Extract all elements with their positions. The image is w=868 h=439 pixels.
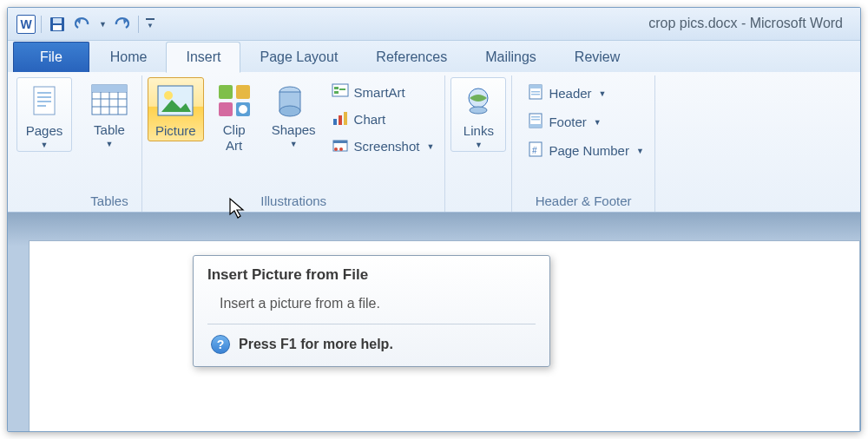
svg-rect-45 xyxy=(531,119,540,121)
svg-rect-1 xyxy=(53,18,62,23)
svg-text:#: # xyxy=(532,146,537,155)
page-number-label: Page Number xyxy=(549,143,629,158)
pages-button[interactable]: Pages ▼ xyxy=(16,77,72,152)
screenshot-icon xyxy=(332,137,349,155)
svg-rect-33 xyxy=(333,141,347,143)
tooltip-help: ? Press F1 for more help. xyxy=(207,335,536,354)
group-label xyxy=(16,190,72,210)
svg-point-17 xyxy=(164,91,173,100)
chart-label: Chart xyxy=(354,112,386,127)
svg-rect-40 xyxy=(531,91,540,93)
svg-rect-39 xyxy=(529,85,542,88)
shapes-icon xyxy=(273,81,313,121)
svg-rect-19 xyxy=(236,85,250,99)
page-number-button[interactable]: # Page Number ▼ xyxy=(523,138,648,163)
chart-icon xyxy=(332,110,349,128)
dropdown-icon: ▼ xyxy=(636,147,644,155)
svg-rect-18 xyxy=(219,85,233,99)
dropdown-icon: ▼ xyxy=(426,142,434,151)
group-label-illustrations: Illustrations xyxy=(148,190,439,210)
group-label-header-footer: Header & Footer xyxy=(517,190,648,210)
title-bar: W ▼ ▼ crop pics.docx - Microsoft Word xyxy=(8,8,860,41)
svg-rect-2 xyxy=(53,25,62,30)
qat-customize-icon[interactable]: ▼ xyxy=(144,16,156,33)
svg-rect-20 xyxy=(219,102,233,116)
svg-rect-4 xyxy=(37,92,51,94)
svg-point-25 xyxy=(279,106,300,116)
app-window: W ▼ ▼ crop pics.docx - Microsoft Word Fi… xyxy=(7,7,861,432)
tab-review[interactable]: Review xyxy=(556,43,639,72)
tab-home[interactable]: Home xyxy=(91,43,167,72)
svg-rect-29 xyxy=(333,119,337,125)
svg-rect-31 xyxy=(344,112,347,125)
save-icon[interactable] xyxy=(47,14,68,35)
word-app-icon[interactable]: W xyxy=(16,15,36,34)
ribbon-tabs: File Home Insert Page Layout References … xyxy=(8,41,860,72)
screenshot-button[interactable]: Screenshot ▼ xyxy=(326,134,440,158)
links-icon xyxy=(458,82,498,121)
picture-icon xyxy=(155,82,195,121)
group-label xyxy=(450,190,506,210)
pages-label: Pages xyxy=(26,123,63,139)
svg-rect-28 xyxy=(334,91,339,94)
dropdown-icon: ▼ xyxy=(594,118,602,127)
links-button[interactable]: Links ▼ xyxy=(450,77,506,152)
clip-art-button[interactable]: ClipArt xyxy=(207,77,261,155)
redo-icon[interactable] xyxy=(112,14,133,35)
picture-label: Picture xyxy=(155,123,196,139)
separator xyxy=(41,16,42,33)
table-label: Table xyxy=(94,122,125,138)
page-number-icon: # xyxy=(528,141,543,161)
help-icon: ? xyxy=(211,335,230,354)
document-name: crop pics.docx xyxy=(648,16,737,30)
separator xyxy=(138,16,139,33)
svg-point-22 xyxy=(239,105,247,114)
tab-mailings[interactable]: Mailings xyxy=(466,43,556,72)
screen-tip: Insert Picture from File Insert a pictur… xyxy=(193,255,550,367)
chart-button[interactable]: Chart xyxy=(326,108,440,131)
svg-rect-30 xyxy=(339,115,342,125)
svg-rect-41 xyxy=(531,94,540,95)
screenshot-label: Screenshot xyxy=(354,139,420,154)
svg-rect-7 xyxy=(37,105,46,107)
tab-references[interactable]: References xyxy=(357,43,466,72)
svg-point-35 xyxy=(339,147,343,151)
footer-button[interactable]: Footer ▼ xyxy=(523,109,648,134)
smartart-button[interactable]: SmartArt xyxy=(326,81,440,104)
footer-icon xyxy=(528,112,543,132)
tooltip-body: Insert a picture from a file. xyxy=(207,296,536,311)
dropdown-icon: ▼ xyxy=(599,89,607,98)
picture-button[interactable]: Picture xyxy=(148,77,204,141)
svg-point-34 xyxy=(334,147,338,151)
links-label: Links xyxy=(464,123,494,139)
svg-point-37 xyxy=(470,107,487,114)
undo-icon[interactable] xyxy=(73,14,94,35)
app-name: Microsoft Word xyxy=(750,16,843,30)
dropdown-icon: ▼ xyxy=(41,141,49,149)
svg-rect-43 xyxy=(529,124,542,128)
ribbon: Pages ▼ Table ▼ Tables xyxy=(8,72,860,213)
svg-rect-44 xyxy=(531,116,540,118)
table-button[interactable]: Table ▼ xyxy=(82,77,136,150)
shapes-button[interactable]: Shapes ▼ xyxy=(265,77,323,150)
svg-rect-27 xyxy=(334,87,339,89)
dropdown-icon: ▼ xyxy=(475,141,483,149)
tab-insert[interactable]: Insert xyxy=(166,42,240,73)
group-label-tables: Tables xyxy=(82,190,136,210)
tab-page-layout[interactable]: Page Layout xyxy=(240,43,357,72)
pages-icon xyxy=(24,82,64,121)
smartart-label: SmartArt xyxy=(354,85,405,100)
svg-rect-15 xyxy=(92,85,127,92)
undo-dropdown-icon[interactable]: ▼ xyxy=(99,20,107,29)
header-icon xyxy=(528,83,543,103)
svg-rect-5 xyxy=(37,96,51,98)
tooltip-title: Insert Picture from File xyxy=(207,266,536,284)
dropdown-icon: ▼ xyxy=(106,140,114,148)
clip-art-label: ClipArt xyxy=(223,122,246,154)
table-icon xyxy=(89,81,129,121)
file-tab[interactable]: File xyxy=(13,42,89,72)
header-label: Header xyxy=(549,86,591,101)
header-button[interactable]: Header ▼ xyxy=(523,81,648,106)
quick-access-toolbar: W ▼ ▼ xyxy=(16,14,156,35)
tooltip-help-text: Press F1 for more help. xyxy=(239,337,393,352)
